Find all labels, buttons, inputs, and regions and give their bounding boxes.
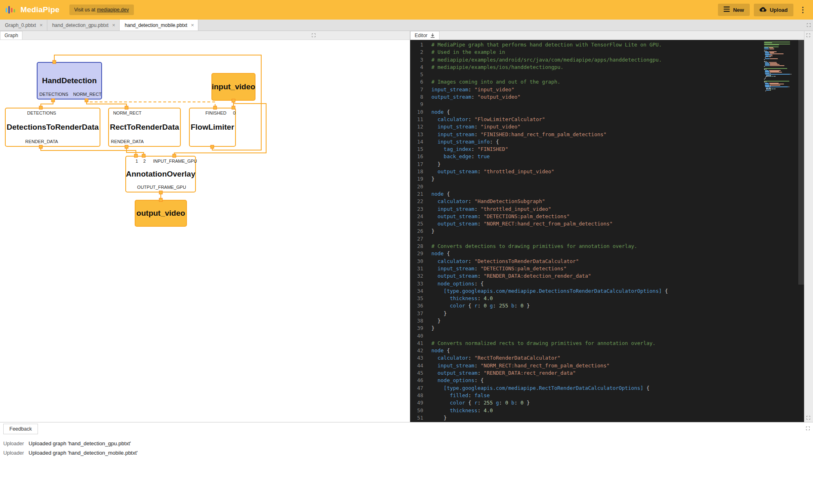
line-number: 24 [410, 213, 431, 220]
code-line-text: input_stream: "DETECTIONS:palm_detection… [431, 265, 566, 272]
tab-close-icon[interactable]: × [112, 22, 116, 28]
collapsed-panel-strip [804, 31, 813, 422]
cloud-upload-icon [760, 7, 766, 13]
graph-panel-expand-icon[interactable] [312, 33, 315, 37]
node-title: output_video [136, 209, 185, 218]
line-number: 26 [410, 228, 431, 235]
code-line-text: input_stream: "input_video" [431, 123, 520, 130]
code-line: 34 [type.googleapis.com/mediapipe.Detect… [410, 287, 804, 295]
graph-edge [41, 100, 53, 108]
line-number: 7 [410, 86, 431, 93]
tab-graph[interactable]: Graph [0, 31, 22, 40]
code-line: 37 } [410, 310, 804, 317]
graph-node-input-video[interactable]: input_video [211, 73, 255, 101]
tab-editor[interactable]: Editor [410, 31, 440, 40]
graph-panel-header: Graph [0, 31, 410, 40]
document-tab[interactable]: hand_detection_mobile.pbtxt× [120, 20, 198, 31]
tabbar-expand-icon[interactable] [807, 23, 811, 27]
code-line-text: output_stream: "RENDER_DATA:detection_re… [431, 272, 591, 280]
graph-edge [127, 147, 144, 156]
line-number: 19 [410, 175, 431, 183]
code-line-text: calculator: "DetectionsToRenderDataCalcu… [431, 258, 579, 265]
code-line-text: # mediapipie/examples/android/src/java/c… [431, 56, 662, 64]
upload-button[interactable]: Upload [754, 4, 793, 16]
graph-panel: Graph HandDetection DETECTIONS NORM_RECT… [0, 31, 410, 422]
code-line-text: calculator: "HandDetectionSubgraph" [431, 198, 545, 205]
right-panel-expand-icon-bottom[interactable] [806, 416, 810, 420]
code-line: 18 output_stream: "throttled_input_video… [410, 168, 804, 175]
node-title: HandDetection [42, 76, 97, 85]
tab-editor-label: Editor [415, 33, 427, 38]
feedback-source: Uploader [3, 450, 29, 456]
line-number: 29 [410, 250, 431, 257]
document-tab-label: hand_detection_mobile.pbtxt [124, 22, 187, 28]
graph-canvas[interactable]: HandDetection DETECTIONS NORM_RECT input… [0, 40, 410, 422]
line-number: 46 [410, 377, 431, 384]
graph-node-handdetection[interactable]: HandDetection DETECTIONS NORM_RECT [37, 62, 102, 99]
line-number: 30 [410, 258, 431, 265]
input-port-label: 1 [136, 159, 138, 164]
visit-prefix: Visit us at [74, 7, 96, 13]
line-number: 38 [410, 317, 431, 325]
line-number: 13 [410, 131, 431, 138]
code-line: 29node { [410, 250, 804, 257]
output-port-label: NORM_RECT [73, 92, 102, 97]
line-number: 49 [410, 399, 431, 407]
mediapipe-visualizer: MediaPipe Visit us at mediapipe.dev New … [0, 0, 813, 504]
code-line: 10node { [410, 108, 804, 116]
code-line: 44 input_stream: "NORM_RECT:hand_rect_fr… [410, 362, 804, 369]
code-line: 2# Used in the example in [410, 49, 804, 56]
line-number: 5 [410, 71, 431, 78]
line-number: 18 [410, 168, 431, 175]
document-tab-label: Graph_0.pbtxt [5, 22, 36, 28]
document-tab[interactable]: Graph_0.pbtxt× [0, 20, 47, 31]
feedback-message: Uploaded graph 'hand_detection_gpu.pbtxt… [29, 440, 131, 447]
graph-node-output-video[interactable]: output_video [135, 200, 187, 227]
editor-scrollbar[interactable] [798, 40, 804, 422]
node-title: input_video [212, 82, 255, 91]
document-tab[interactable]: hand_detection_gpu.pbtxt× [47, 20, 120, 31]
input-port-label: FINISHED [205, 111, 226, 115]
editor-panel: Editor 1# MediaPipe graph that performs … [410, 31, 804, 422]
code-line: 14 input_stream_info: { [410, 138, 804, 146]
output-port-label: RENDER_DATA [25, 139, 58, 144]
graph-node-flowlimiter[interactable]: FINISHED 0 FlowLimiter [189, 108, 236, 147]
code-line-text: node_options: { [431, 280, 484, 287]
code-line: 38 } [410, 317, 804, 325]
code-line-text: node_options: { [431, 377, 484, 384]
code-line-text: node { [431, 190, 450, 198]
code-line: 51 } [410, 414, 804, 422]
tab-close-icon[interactable]: × [191, 22, 194, 28]
code-line: 41# Converts normalized rects to drawing… [410, 340, 804, 347]
line-number: 44 [410, 362, 431, 369]
scrollbar-thumb[interactable] [798, 40, 804, 285]
code-line-text: calculator: "FlowLimiterCalculator" [431, 116, 545, 123]
new-button[interactable]: New [718, 4, 750, 16]
code-line-text: input_stream: "input_video" [431, 86, 514, 93]
feedback-expand-icon[interactable] [806, 427, 810, 430]
tab-close-icon[interactable]: × [40, 22, 43, 28]
code-editor[interactable]: 1# MediaPipe graph that performs hand de… [410, 40, 804, 422]
graph-node-annotationoverlay[interactable]: 1 2 INPUT_FRAME_GPU AnnotationOverlay OU… [125, 156, 196, 192]
kebab-menu-icon[interactable]: ⋮ [797, 6, 808, 13]
feedback-source: Uploader [3, 441, 29, 447]
line-number: 22 [410, 198, 431, 205]
code-line: 8output_stream: "output_video" [410, 93, 804, 101]
code-line-text: } [431, 310, 447, 317]
visit-link[interactable]: mediapipe.dev [97, 7, 129, 13]
code-line-text: back_edge: true [431, 153, 490, 160]
line-number: 6 [410, 78, 431, 86]
line-number: 12 [410, 123, 431, 130]
feedback-entry: UploaderUploaded graph 'hand_detection_g… [0, 439, 813, 448]
tab-feedback[interactable]: Feedback [3, 424, 38, 434]
graph-node-detectionstorenderdata[interactable]: DETECTIONS DetectionsToRenderData RENDER… [5, 108, 100, 147]
app-header: MediaPipe Visit us at mediapipe.dev New … [0, 0, 813, 20]
right-panel-expand-icon[interactable] [806, 33, 810, 37]
editor-minimap[interactable] [763, 40, 798, 422]
graph-node-recttorenderdata[interactable]: NORM_RECT RectToRenderData RENDER_DATA [108, 108, 181, 147]
line-number: 51 [410, 414, 431, 422]
download-icon[interactable] [430, 33, 435, 38]
line-number: 17 [410, 161, 431, 168]
line-number: 50 [410, 407, 431, 414]
input-port-label: DETECTIONS [27, 111, 56, 115]
